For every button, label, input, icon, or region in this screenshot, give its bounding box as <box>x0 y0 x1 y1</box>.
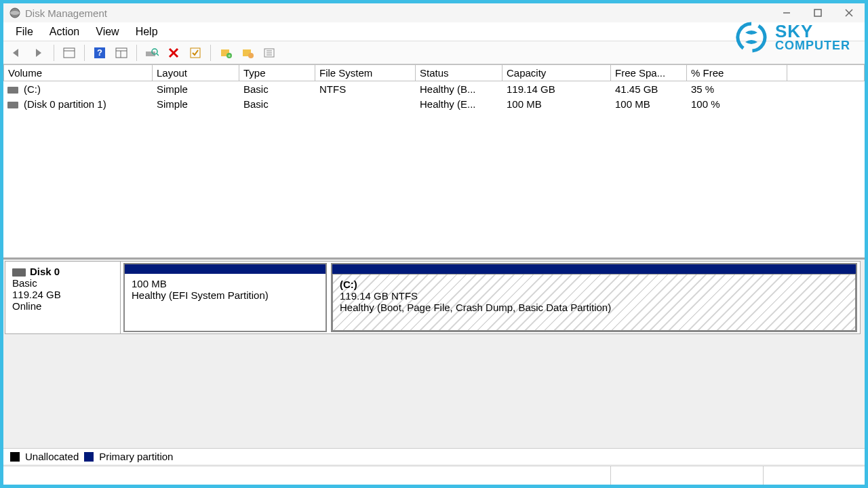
disk-row: Disk 0 Basic 119.24 GB Online 100 MB Hea… <box>5 261 861 334</box>
legend-swatch-unallocated <box>10 452 20 462</box>
cell-type: Basic <box>239 83 315 95</box>
partition-status: Healthy (Boot, Page File, Crash Dump, Ba… <box>340 302 848 313</box>
settings-icon[interactable] <box>260 43 279 62</box>
cell-layout: Simple <box>153 98 239 110</box>
disk-name: Disk 0 <box>30 266 60 277</box>
volume-body: (C:) Simple Basic NTFS Healthy (B... 119… <box>3 81 865 258</box>
cell-status: Healthy (B... <box>416 83 502 95</box>
new-volume-icon[interactable]: + <box>216 43 235 62</box>
drive-icon <box>7 102 18 108</box>
back-icon[interactable] <box>7 43 26 62</box>
partition-efi[interactable]: 100 MB Healthy (EFI System Partition) <box>123 263 327 332</box>
cell-fs: NTFS <box>315 83 416 95</box>
svg-point-1 <box>10 11 20 15</box>
svg-line-15 <box>157 54 159 56</box>
svg-rect-3 <box>814 9 821 16</box>
cell-layout: Simple <box>153 83 239 95</box>
disk-state: Online <box>12 300 113 312</box>
volume-header: Volume Layout Type File System Status Ca… <box>3 64 865 81</box>
logo-line1: SKY <box>775 23 850 39</box>
titlebar: Disk Management <box>3 3 865 22</box>
col-layout[interactable]: Layout <box>153 64 239 81</box>
properties-icon[interactable] <box>186 43 205 62</box>
disk-type: Basic <box>12 277 113 289</box>
cell-pct: 100 % <box>687 98 787 110</box>
col-status[interactable]: Status <box>416 64 502 81</box>
col-pctfree[interactable]: % Free <box>687 64 787 81</box>
legend-primary: Primary partition <box>99 451 173 462</box>
col-volume[interactable]: Volume <box>3 64 153 81</box>
col-capacity[interactable]: Capacity <box>502 64 611 81</box>
disk-size: 119.24 GB <box>12 289 113 300</box>
legend-swatch-primary <box>84 452 94 462</box>
svg-point-23 <box>248 53 254 58</box>
partition-size: 119.14 GB NTFS <box>340 290 848 302</box>
svg-text:+: + <box>228 53 231 58</box>
close-button[interactable] <box>833 3 865 22</box>
maximize-button[interactable] <box>802 3 833 22</box>
statusbar <box>3 466 865 485</box>
svg-rect-6 <box>64 48 75 58</box>
disk-label[interactable]: Disk 0 Basic 119.24 GB Online <box>5 262 121 333</box>
svg-text:?: ? <box>97 47 102 58</box>
svg-rect-10 <box>116 48 127 58</box>
cell-volume: (Disk 0 partition 1) <box>24 98 106 110</box>
col-freespace[interactable]: Free Spa... <box>611 64 687 81</box>
partition-status: Healthy (EFI System Partition) <box>132 289 319 301</box>
help-icon[interactable]: ? <box>90 43 109 62</box>
menu-help[interactable]: Help <box>130 23 169 41</box>
partition-title: (C:) <box>340 279 357 290</box>
cell-volume: (C:) <box>24 83 41 95</box>
partition-c[interactable]: (C:) 119.14 GB NTFS Healthy (Boot, Page … <box>331 263 857 332</box>
partition-header <box>332 264 856 274</box>
partition-size: 100 MB <box>132 278 319 289</box>
cell-free: 41.45 GB <box>611 83 687 95</box>
cell-capacity: 100 MB <box>502 98 611 110</box>
table-row[interactable]: (Disk 0 partition 1) Simple Basic Health… <box>3 96 865 111</box>
cell-pct: 35 % <box>687 83 787 95</box>
table-row[interactable]: (C:) Simple Basic NTFS Healthy (B... 119… <box>3 81 865 96</box>
legend: Unallocated Primary partition <box>3 448 865 464</box>
cell-status: Healthy (E... <box>416 98 502 110</box>
show-hide-icon[interactable] <box>60 43 79 62</box>
disk-icon <box>12 268 26 277</box>
menu-view[interactable]: View <box>90 23 130 41</box>
cell-capacity: 119.14 GB <box>502 83 611 95</box>
col-type[interactable]: Type <box>239 64 315 81</box>
window-title: Disk Management <box>25 7 107 19</box>
app-icon <box>9 7 21 19</box>
minimize-button[interactable] <box>771 3 802 22</box>
legend-unallocated: Unallocated <box>25 451 79 462</box>
col-filesystem[interactable]: File System <box>315 64 416 81</box>
logo-line2: COMPUTER <box>775 39 850 52</box>
cell-free: 100 MB <box>611 98 687 110</box>
partition-header <box>125 264 326 274</box>
menu-file[interactable]: File <box>10 23 44 41</box>
drive-icon <box>7 87 18 94</box>
delete-icon[interactable] <box>164 43 183 62</box>
extend-volume-icon[interactable] <box>238 43 257 62</box>
disk-panel: Disk 0 Basic 119.24 GB Online 100 MB Hea… <box>3 258 865 485</box>
volume-table: Volume Layout Type File System Status Ca… <box>3 64 865 258</box>
rescan-icon[interactable] <box>142 43 161 62</box>
cell-type: Basic <box>239 98 315 110</box>
refresh-icon[interactable] <box>112 43 131 62</box>
col-empty[interactable] <box>787 64 865 81</box>
menu-action[interactable]: Action <box>44 23 90 41</box>
brand-logo: SKY COMPUTER <box>734 20 850 54</box>
forward-icon[interactable] <box>29 43 48 62</box>
